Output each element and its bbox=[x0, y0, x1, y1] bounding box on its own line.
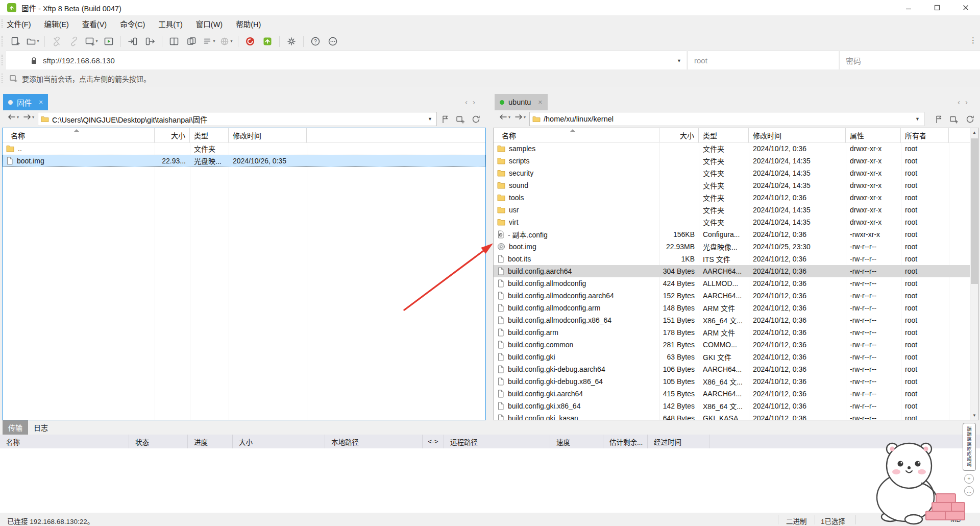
help-button[interactable]: ? bbox=[307, 34, 324, 49]
file-row[interactable]: scripts文件夹2024/10/24, 14:35drwxr-xr-xroo… bbox=[494, 155, 978, 167]
remote-refresh-icon[interactable] bbox=[964, 113, 976, 125]
transfer-column-header[interactable]: <-> bbox=[423, 435, 444, 448]
link-button[interactable] bbox=[66, 34, 82, 49]
remote-add-bookmark-icon[interactable] bbox=[948, 113, 960, 125]
menu-item[interactable]: 帮助(H) bbox=[229, 18, 267, 29]
dropdown-caret-icon[interactable]: ▾ bbox=[213, 39, 215, 43]
file-row[interactable]: build.config.gki_kasan648 BytesGKI_KASA.… bbox=[494, 412, 978, 420]
local-tab-scroll-icons[interactable]: ‹› bbox=[465, 98, 480, 106]
local-forward-icon[interactable]: ▾ bbox=[22, 113, 34, 121]
remote-path-input[interactable]: /home/xu/linux/kernel ▼ bbox=[529, 112, 924, 126]
remote-tab-close-icon[interactable]: × bbox=[538, 98, 542, 106]
panel-splitter[interactable] bbox=[487, 87, 492, 420]
file-row[interactable]: build.config.gki-debug.x86_64105 BytesX8… bbox=[494, 375, 978, 388]
menu-item[interactable]: 命令(C) bbox=[113, 18, 152, 29]
transfer-column-header[interactable]: 经过时间 bbox=[648, 435, 709, 448]
file-row[interactable]: usr文件夹2024/10/24, 14:35drwxr-xr-xroot bbox=[494, 204, 978, 216]
file-row[interactable]: tools文件夹2024/10/12, 0:36drwxr-xr-xroot bbox=[494, 192, 978, 204]
transfer-column-header[interactable]: 估计剩余... bbox=[603, 435, 648, 448]
column-header[interactable]: 属性 bbox=[846, 128, 901, 142]
xshell-button[interactable] bbox=[242, 34, 258, 49]
maximize-button[interactable] bbox=[923, 0, 951, 15]
transfer-column-header[interactable]: 远程路径 bbox=[444, 435, 550, 448]
file-row[interactable]: build.config.allmodconfig.x86_64151 Byte… bbox=[494, 314, 978, 326]
dropdown-caret-icon[interactable]: ▾ bbox=[95, 39, 97, 43]
dropdown-caret-icon[interactable]: ▾ bbox=[37, 39, 39, 43]
local-add-bookmark-icon[interactable] bbox=[454, 113, 467, 125]
file-row[interactable]: build.config.gki.x86_64142 BytesX86_64 文… bbox=[494, 400, 978, 412]
file-row[interactable]: build.config.common281 BytesCOMMO...2024… bbox=[494, 339, 978, 351]
column-header[interactable]: 名称 bbox=[494, 128, 659, 142]
open-folder-button[interactable]: ▾ bbox=[24, 34, 41, 49]
column-header[interactable]: 类型 bbox=[699, 128, 749, 142]
column-header[interactable]: 修改时间 bbox=[229, 128, 307, 142]
column-header[interactable]: 修改时间 bbox=[749, 128, 846, 142]
file-row[interactable]: boot.its1KBITS 文件2024/10/12, 0:36-rw-r--… bbox=[494, 253, 978, 265]
address-dropdown-icon[interactable]: ▼ bbox=[677, 58, 681, 63]
menu-item[interactable]: 编辑(E) bbox=[38, 18, 76, 29]
file-row[interactable]: build.config.aarch64304 BytesAARCH64...2… bbox=[494, 265, 978, 277]
file-row[interactable]: sound文件夹2024/10/24, 14:35drwxr-xr-xroot bbox=[494, 179, 978, 192]
remote-back-icon[interactable]: ▾ bbox=[499, 113, 510, 121]
duplicate-view-button[interactable] bbox=[183, 34, 200, 49]
transfer-column-header[interactable]: 大小 bbox=[233, 435, 325, 448]
disconnect-button[interactable] bbox=[48, 34, 65, 49]
close-button[interactable] bbox=[951, 0, 980, 15]
settings-button[interactable] bbox=[283, 34, 300, 49]
menu-item[interactable]: 查看(V) bbox=[76, 18, 113, 29]
export-button[interactable] bbox=[142, 34, 158, 49]
column-header[interactable]: 所有者 bbox=[901, 128, 949, 142]
toolbar-overflow-icon[interactable]: ⋮ bbox=[969, 36, 977, 45]
scroll-down-icon[interactable]: ▼ bbox=[970, 411, 978, 420]
column-header[interactable]: 大小 bbox=[155, 128, 190, 142]
transfer-tab-log[interactable]: 日志 bbox=[28, 420, 54, 435]
tab-remote-ubuntu[interactable]: ubuntu × bbox=[495, 94, 548, 110]
file-row[interactable]: - 副本.config156KBConfigura...2024/10/12, … bbox=[494, 228, 978, 241]
file-row[interactable]: boot.img22.93MB光盘映像...2024/10/25, 23:30-… bbox=[494, 241, 978, 253]
column-header[interactable]: 大小 bbox=[659, 128, 699, 142]
local-bookmark-icon[interactable] bbox=[439, 113, 451, 125]
list-view-button[interactable]: ▾ bbox=[201, 34, 217, 49]
transfer-tab-transfers[interactable]: 传输 bbox=[3, 420, 28, 435]
username-input[interactable]: root bbox=[688, 51, 839, 70]
tab-local-firmware[interactable]: 固件 × bbox=[3, 94, 48, 110]
remote-path-dropdown-icon[interactable]: ▼ bbox=[915, 116, 920, 122]
file-row[interactable]: build.config.allmodconfig424 BytesALLMOD… bbox=[494, 277, 978, 290]
file-row[interactable]: ..文件夹 bbox=[3, 142, 485, 155]
remote-bookmark-icon[interactable] bbox=[933, 113, 945, 125]
transfer-column-header[interactable]: 本地路径 bbox=[325, 435, 423, 448]
file-row[interactable]: build.config.allmodconfig.arm148 BytesAR… bbox=[494, 302, 978, 314]
local-path-dropdown-icon[interactable]: ▼ bbox=[428, 116, 432, 122]
split-view-button[interactable] bbox=[166, 34, 182, 49]
file-row[interactable]: build.config.arm178 BytesARM 文件2024/10/1… bbox=[494, 326, 978, 339]
new-session-button[interactable]: ▾ bbox=[83, 34, 100, 49]
transfer-column-header[interactable]: 速度 bbox=[550, 435, 603, 448]
file-row[interactable]: build.config.gki63 BytesGKI 文件2024/10/12… bbox=[494, 351, 978, 363]
file-row[interactable]: build.config.gki.aarch64415 BytesAARCH64… bbox=[494, 388, 978, 400]
local-path-input[interactable]: C:\Users\QINGJUE\Desktop\git\taishanpai\… bbox=[38, 112, 437, 126]
menu-item[interactable]: 文件(F) bbox=[0, 18, 38, 29]
file-row[interactable]: build.config.gki-debug.aarch64106 BytesA… bbox=[494, 363, 978, 375]
column-header[interactable]: 类型 bbox=[190, 128, 229, 142]
local-back-icon[interactable]: ▾ bbox=[7, 113, 19, 121]
run-button[interactable] bbox=[101, 34, 117, 49]
file-row[interactable]: samples文件夹2024/10/12, 0:36drwxr-xr-xroot bbox=[494, 142, 978, 155]
file-row[interactable]: security文件夹2024/10/24, 14:35drwxr-xr-xro… bbox=[494, 167, 978, 179]
file-row[interactable]: boot.img22.93...光盘映...2024/10/26, 0:35 bbox=[3, 155, 485, 167]
file-row[interactable]: build.config.allmodconfig.aarch64152 Byt… bbox=[494, 290, 978, 302]
file-row[interactable]: virt文件夹2024/10/24, 14:35drwxr-xr-xroot bbox=[494, 216, 978, 228]
scroll-up-icon[interactable]: ▲ bbox=[970, 128, 978, 137]
transfer-column-header[interactable]: 名称 bbox=[0, 435, 129, 448]
dropdown-caret-icon[interactable]: ▾ bbox=[230, 39, 232, 43]
xftp-button[interactable] bbox=[259, 34, 276, 49]
import-button[interactable] bbox=[125, 34, 141, 49]
transfer-column-header[interactable]: 进度 bbox=[188, 435, 233, 448]
menu-item[interactable]: 窗口(W) bbox=[189, 18, 229, 29]
scrollbar-thumb[interactable] bbox=[971, 138, 978, 284]
local-refresh-icon[interactable] bbox=[470, 113, 482, 125]
remote-forward-icon[interactable]: ▾ bbox=[514, 113, 526, 121]
minimize-button[interactable] bbox=[894, 0, 923, 15]
globe-button[interactable]: ▾ bbox=[218, 34, 234, 49]
about-button[interactable] bbox=[325, 34, 341, 49]
password-input[interactable]: 密码 bbox=[839, 51, 980, 70]
